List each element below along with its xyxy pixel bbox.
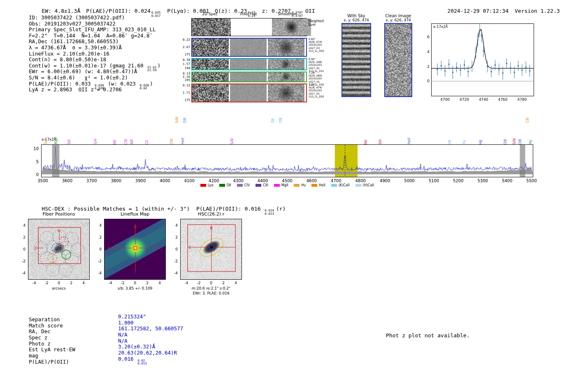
match-label: RA, Dec [29, 329, 75, 335]
spectrum-xtick: 4100 [184, 179, 195, 183]
line-fit-plot-frame [431, 23, 534, 96]
info-line: Obs: 20191203v027_3005037422 [29, 21, 160, 27]
spectrum-xtick: 5200 [453, 179, 463, 183]
twod-ann-line: 20191203 [309, 89, 333, 92]
fiber-xlabel: arcsecs [52, 286, 66, 290]
hsc-xlabel2: EWr: 3. PLAE: 0.016 [193, 291, 229, 295]
twod-row-values: 0.222.67175 [176, 38, 190, 56]
twod-row [191, 72, 307, 82]
pixel-flat-canvas [230, 59, 267, 70]
twod-row [191, 58, 307, 70]
line-fit-xtick: 4700 [440, 97, 450, 102]
emission-line-label: OII [271, 118, 275, 123]
twod-spec-canvas [192, 19, 231, 36]
header-plae: P(LAE)/P(OII): 0.0240.0350.017 [86, 8, 161, 14]
legend-swatch [200, 184, 206, 187]
spectrum-xtick: 3600 [62, 179, 72, 183]
twod-row-annotation: 1.29"(626, 474)20191203v027_01313_LL_050 [309, 83, 333, 98]
spectrum-xtick: 5400 [502, 179, 512, 183]
spectrum-xtick: 3500 [37, 179, 48, 183]
spectrum-xtick: 4600 [307, 179, 317, 183]
cutout-ytick: -4 [17, 271, 26, 275]
match-value: 1.000 [118, 320, 183, 326]
report-version: Version 1.22.3 [515, 8, 560, 14]
info-line: P(LAE)/P(OII): 0.033 0.0390.028 (w: 0.02… [29, 81, 160, 87]
twod-row-value: 195 [176, 79, 190, 82]
spectrum-xtick: 4500 [282, 179, 292, 183]
twod-row-value: 1.71 [176, 91, 190, 95]
emission-line-label: CIV [279, 118, 283, 123]
legend-swatch [294, 184, 300, 187]
legend-item: Lyα [200, 183, 214, 187]
line-fit-xtick: 4740 [479, 97, 488, 102]
spectrum-xtick: 5100 [429, 179, 439, 183]
line-fit-plot-canvas [432, 24, 534, 96]
hsc-r-title: HSC(26.2) r [198, 211, 224, 217]
emission-line-label: NV [364, 140, 368, 144]
match-value: N/A [118, 338, 183, 344]
legend-label: MgII [281, 183, 288, 187]
line-fit-ytick: 2 [420, 65, 430, 69]
fiber-positions-title: Fiber Positions [43, 211, 75, 217]
legend-item: Hγ [294, 183, 306, 187]
lineflux-map-canvas [105, 219, 165, 279]
line-fit-ytick: 0 [420, 79, 430, 83]
detection-info-block: ID: 3005037422 (3005037422.pdf)Obs: 2019… [29, 15, 160, 93]
fiber-positions-canvas [28, 219, 89, 279]
info-line: Primary Spec_Slot_IFU_AMP: 313_023_010_L… [29, 27, 160, 33]
elixer-report: EW: 4.8±1.3ÅP(LAE)/P(OII): 0.0240.0350.0… [0, 0, 576, 392]
twod-row-value: 0.12 [176, 84, 190, 87]
twod-row-value: 0.18 [176, 58, 190, 62]
info-line: λ = 4736.67Å σ = 3.39(±0.39)Å [29, 45, 160, 51]
info-line: Cont(n) = 8.80(±0.50)e-18 [29, 57, 160, 63]
match-value: 0.016 0.020.013 [118, 356, 183, 362]
twod-ann-line: v027_03 [309, 46, 333, 49]
cutout-xtick: 0 [210, 281, 212, 285]
cutout-ytick: 4 [17, 223, 26, 227]
match-table-labels: SeparationMatch scoreRA, DecSpec zPhoto … [29, 317, 75, 365]
legend-swatch [311, 184, 317, 187]
twod-ann-line: 0.60" [309, 37, 333, 40]
match-table-values: 0.215324"1.000161.172582, 50.660577N/AN/… [118, 314, 183, 362]
header-datetime-version: 2024-12-29 07:12:34Version 1.22.3 [434, 1, 560, 21]
twod-ann-line: 0.90" [309, 58, 333, 60]
spectrum-xtick: 3800 [111, 179, 121, 183]
weighted-sum-label: Weighted Sum [308, 19, 324, 27]
match-label: Spec z [29, 335, 75, 341]
legend-item: HeII [311, 183, 325, 187]
twod-ann-line: 1.29" [309, 83, 333, 86]
hi-lo-stack: 0.0280.02 [139, 84, 150, 90]
twod-row-value: 175 [176, 53, 190, 56]
info-line: LineFlux = 2.10(±0.20)e-16 [29, 51, 160, 57]
info-line: S/N = 8.4(±0.6) χ² = 1.0(±0.2) [29, 75, 160, 81]
twod-row-values: 0.121.71175 [176, 84, 190, 102]
line-fit-ytick: 6 [420, 35, 430, 39]
with-sky-canvas [342, 24, 370, 96]
cutout-xtick: 0 [58, 281, 60, 285]
twod-ann-line: v027_01 [309, 92, 333, 95]
spectrum-xtick: 4200 [209, 179, 219, 183]
smoothed-canvas [268, 59, 304, 70]
twod-row-value: 194 [176, 67, 190, 70]
legend-swatch [331, 184, 337, 187]
emission-line-label: Hβ [479, 140, 483, 144]
twod-ann-line: 20191203 [309, 63, 333, 66]
emission-line-label: SiIV [175, 117, 179, 123]
twod-row-value: 0.22 [176, 38, 190, 42]
twod-col-title-smoothed: Smoothed [278, 12, 297, 16]
legend-item: (K)CaII [331, 183, 350, 187]
cutout-ytick: -4 [93, 271, 102, 275]
cutout-xtick: -4 [109, 281, 112, 285]
twod-col-title-pixelflat: Pixel Flat [240, 12, 257, 16]
with-sky-panel [341, 23, 371, 97]
legend-item: MgII [274, 183, 288, 187]
cutout-xtick: -2 [197, 281, 201, 285]
smoothed-canvas [268, 84, 304, 102]
emission-line-label: CIV [124, 139, 128, 144]
emission-line-label: OIII [518, 139, 522, 144]
line-fit-xtick: 4760 [498, 97, 508, 102]
with-sky-coords: x, y: 626, 474 [344, 18, 369, 22]
emission-line-label: Lyα [44, 139, 47, 144]
legend-label: Hγ [301, 183, 306, 187]
emission-line-label: Hγ [462, 140, 466, 144]
